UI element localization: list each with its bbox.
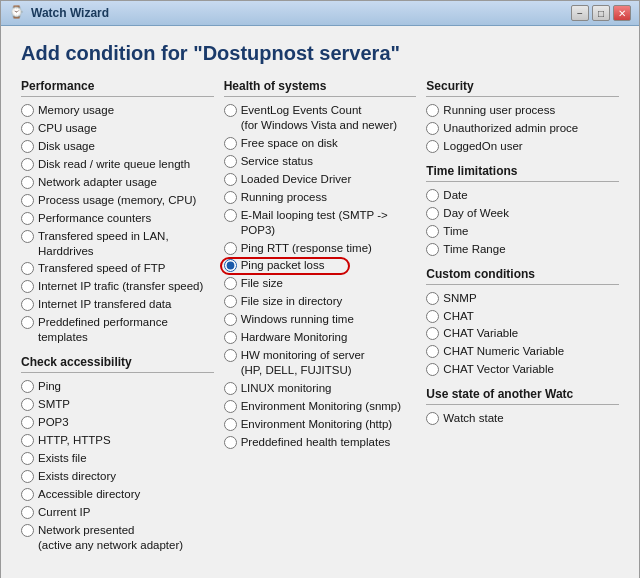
- list-item[interactable]: Ping: [21, 379, 214, 394]
- list-item[interactable]: Performance counters: [21, 211, 214, 226]
- list-item[interactable]: Time: [426, 224, 619, 239]
- list-item[interactable]: Unauthorized admin proce: [426, 121, 619, 136]
- performance-header: Performance: [21, 79, 214, 97]
- minimize-button[interactable]: −: [571, 5, 589, 21]
- list-item[interactable]: Watch state: [426, 411, 619, 426]
- list-item[interactable]: File size in directory: [224, 294, 417, 309]
- ping-packet-loss-label: Ping packet loss: [241, 258, 325, 273]
- list-item[interactable]: Exists file: [21, 451, 214, 466]
- window-icon: ⌚: [9, 5, 25, 21]
- list-item[interactable]: EventLog Events Count(for Windows Vista …: [224, 103, 417, 133]
- list-item[interactable]: Free space on disk: [224, 136, 417, 151]
- list-item[interactable]: Current IP: [21, 505, 214, 520]
- list-item[interactable]: File size: [224, 276, 417, 291]
- list-item[interactable]: Windows running time: [224, 312, 417, 327]
- list-item[interactable]: Memory usage: [21, 103, 214, 118]
- list-item[interactable]: Exists directory: [21, 469, 214, 484]
- list-item[interactable]: HW monitoring of server(HP, DELL, FUJITS…: [224, 348, 417, 378]
- list-item[interactable]: Preddefined performance templates: [21, 315, 214, 345]
- column-health: Health of systems EventLog Events Count(…: [224, 79, 427, 556]
- list-item[interactable]: LoggedOn user: [426, 139, 619, 154]
- list-item[interactable]: Running process: [224, 190, 417, 205]
- health-header: Health of systems: [224, 79, 417, 97]
- list-item[interactable]: Internet IP trafic (transfer speed): [21, 279, 214, 294]
- window-title: Watch Wizard: [31, 6, 109, 20]
- ping-packet-loss-item[interactable]: Ping packet loss: [224, 258, 417, 273]
- list-item[interactable]: Hardware Monitoring: [224, 330, 417, 345]
- list-item[interactable]: Preddefined health templates: [224, 435, 417, 450]
- columns-container: Performance Memory usage CPU usage Disk …: [21, 79, 619, 556]
- list-item[interactable]: Accessible directory: [21, 487, 214, 502]
- list-item[interactable]: Network adapter usage: [21, 175, 214, 190]
- list-item[interactable]: Environment Monitoring (http): [224, 417, 417, 432]
- list-item[interactable]: CHAT Variable: [426, 326, 619, 341]
- list-item[interactable]: CHAT: [426, 309, 619, 324]
- security-header: Security: [426, 79, 619, 97]
- list-item[interactable]: Running user process: [426, 103, 619, 118]
- list-item[interactable]: Ping RTT (response time): [224, 241, 417, 256]
- check-accessibility-header: Check accessibility: [21, 355, 214, 373]
- page-title: Add condition for "Dostupnost servera": [21, 42, 619, 65]
- title-bar-buttons: − □ ✕: [571, 5, 631, 21]
- list-item[interactable]: Internet IP transfered data: [21, 297, 214, 312]
- list-item[interactable]: Day of Week: [426, 206, 619, 221]
- close-button[interactable]: ✕: [613, 5, 631, 21]
- list-item[interactable]: HTTP, HTTPS: [21, 433, 214, 448]
- list-item[interactable]: POP3: [21, 415, 214, 430]
- title-bar: ⌚ Watch Wizard − □ ✕: [1, 1, 639, 26]
- list-item[interactable]: Loaded Device Driver: [224, 172, 417, 187]
- list-item[interactable]: CHAT Numeric Variable: [426, 344, 619, 359]
- title-bar-left: ⌚ Watch Wizard: [9, 5, 109, 21]
- list-item[interactable]: SMTP: [21, 397, 214, 412]
- list-item[interactable]: Disk usage: [21, 139, 214, 154]
- list-item[interactable]: Service status: [224, 154, 417, 169]
- watch-wizard-window: ⌚ Watch Wizard − □ ✕ Add condition for "…: [0, 0, 640, 578]
- list-item[interactable]: SNMP: [426, 291, 619, 306]
- column-performance: Performance Memory usage CPU usage Disk …: [21, 79, 224, 556]
- list-item[interactable]: Process usage (memory, CPU): [21, 193, 214, 208]
- list-item[interactable]: Transfered speed in LAN,Harddrives: [21, 229, 214, 259]
- ping-packet-loss-radio[interactable]: [224, 259, 237, 272]
- maximize-button[interactable]: □: [592, 5, 610, 21]
- list-item[interactable]: Disk read / write queue length: [21, 157, 214, 172]
- time-limitations-header: Time limitations: [426, 164, 619, 182]
- dialog-content: Add condition for "Dostupnost servera" P…: [1, 26, 639, 572]
- list-item[interactable]: CHAT Vector Variable: [426, 362, 619, 377]
- list-item[interactable]: Transfered speed of FTP: [21, 261, 214, 276]
- use-state-header: Use state of another Watc: [426, 387, 619, 405]
- list-item[interactable]: Network presented(active any network ada…: [21, 523, 214, 553]
- list-item[interactable]: LINUX monitoring: [224, 381, 417, 396]
- list-item[interactable]: Environment Monitoring (snmp): [224, 399, 417, 414]
- column-security: Security Running user process Unauthoriz…: [426, 79, 619, 556]
- list-item[interactable]: Date: [426, 188, 619, 203]
- list-item[interactable]: Time Range: [426, 242, 619, 257]
- list-item[interactable]: E-Mail looping test (SMTP -> POP3): [224, 208, 417, 238]
- list-item[interactable]: CPU usage: [21, 121, 214, 136]
- custom-conditions-header: Custom conditions: [426, 267, 619, 285]
